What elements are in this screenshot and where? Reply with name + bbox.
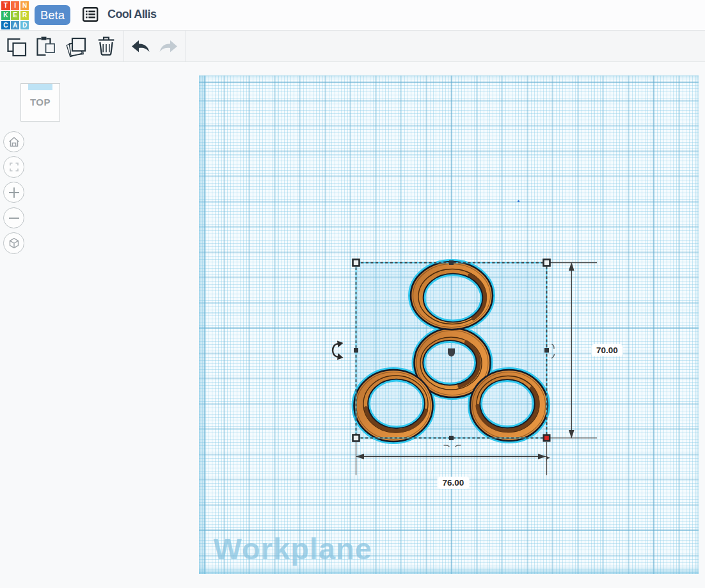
svg-text:70.00: 70.00: [596, 346, 618, 355]
svg-text:76.00: 76.00: [443, 478, 464, 488]
